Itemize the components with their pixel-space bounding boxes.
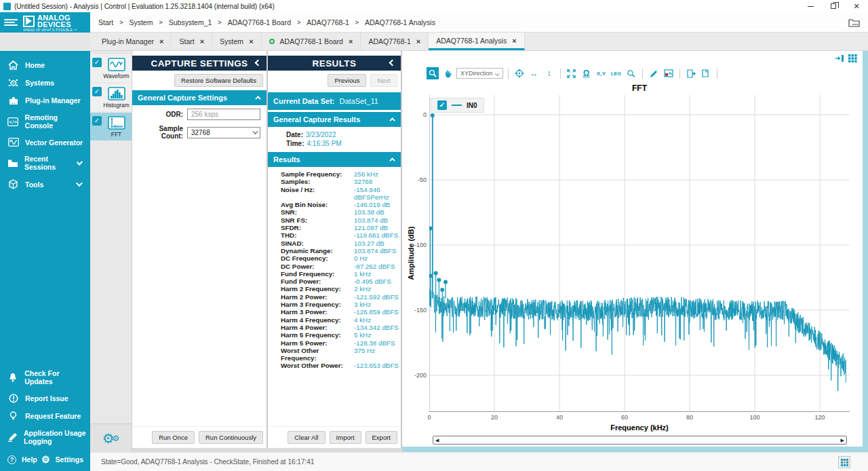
tab-close-icon[interactable]: × [200, 37, 204, 45]
chart-title: FFT [429, 83, 850, 93]
tab-close-icon[interactable]: × [512, 37, 516, 45]
breadcrumb-item[interactable]: Subsystem_1 [169, 18, 212, 26]
tab-close-icon[interactable]: × [249, 37, 253, 45]
chevron-down-icon [252, 128, 258, 134]
breadcrumb-item[interactable]: System [129, 18, 153, 26]
export-data-button[interactable] [685, 67, 697, 79]
previous-button[interactable]: Previous [328, 74, 366, 87]
status-text: State=Good, ADAQ7768-1 Analysis - CheckS… [101, 458, 314, 466]
open-folder-icon[interactable] [848, 18, 860, 27]
tool-strip-item-fft[interactable]: ✓FFT [90, 113, 132, 140]
tab-adaq7768-1-analysis[interactable]: ADAQ7768-1 Analysis× [429, 33, 524, 50]
fft-plot-area[interactable] [429, 95, 850, 412]
tool-strip-item-waveform[interactable]: ✓Waveform [90, 54, 132, 82]
sidebar-item-tools[interactable]: Tools [0, 175, 90, 193]
results-section[interactable]: Results [268, 152, 401, 167]
result-row: Harm 5 Power:-128.38 dBFS [281, 339, 401, 347]
x-tick-label: 0 [420, 414, 438, 421]
run-continuously-button[interactable]: Run Continuously [199, 431, 263, 444]
analysis-settings-gears-button[interactable]: ⚙⚙ [90, 423, 132, 452]
breadcrumb-item[interactable]: ADAQ7768-1 Analysis [365, 18, 435, 26]
undo-zoom-button[interactable]: Ω [580, 67, 593, 79]
tab-plug-in-manager[interactable]: Plug-in Manager× [94, 33, 172, 50]
tab-adaq7768-1[interactable]: ADAQ7768-1× [361, 33, 429, 50]
window-title: (Untitled Session) - Analysis | Control … [14, 3, 275, 10]
export-button[interactable]: Export [366, 431, 397, 444]
collapse-panel-icon[interactable] [389, 60, 396, 67]
waveform-checkbox[interactable]: ✓ [92, 58, 102, 67]
tab-system[interactable]: System× [212, 33, 261, 50]
chart-horizontal-scrollbar[interactable]: ◀ ▶ [433, 436, 847, 445]
tab-close-icon[interactable]: × [159, 37, 163, 45]
xy-values-button[interactable]: X,Y [595, 67, 608, 79]
odr-input[interactable] [187, 109, 260, 120]
histogram-checkbox[interactable]: ✓ [92, 87, 102, 96]
sidebar-item-vector-generator[interactable]: Vector Generator [0, 134, 90, 151]
sidebar-item-check-for-updates[interactable]: Check For Updates [0, 365, 90, 390]
time-label: Time: [286, 140, 304, 147]
sidebar-item-remoting-console[interactable]: </>Remoting Console [0, 109, 90, 134]
result-value: -121.592 dBFS [354, 293, 399, 301]
result-value: 121.097 dB [354, 224, 388, 231]
copy-image-button[interactable] [700, 67, 712, 79]
brand-line2: DEVICES [37, 20, 71, 29]
chart-image-button[interactable] [663, 67, 675, 79]
restore-defaults-button[interactable]: Restore Software Defaults [174, 74, 263, 87]
legend-checkbox[interactable]: ✓ [437, 100, 447, 110]
restore-button[interactable] [822, 0, 845, 12]
sidebar-item-plug-in-manager[interactable]: Plug-in Manager [0, 92, 90, 109]
sidebar-item-settings[interactable]: ⚙ Settings [41, 454, 83, 465]
minimize-button[interactable] [799, 0, 822, 12]
breadcrumb-item[interactable]: Start [98, 18, 113, 26]
import-button[interactable]: Import [330, 431, 361, 444]
sidebar-item-label: Home [25, 61, 45, 69]
tab-close-icon[interactable]: × [416, 37, 420, 45]
legend-toggle-button[interactable]: LEG [610, 67, 623, 79]
sidebar-item-report-issue[interactable]: Report Issue [0, 390, 90, 407]
result-row: Fund Power:-0.495 dBFS [281, 278, 401, 285]
tab-start[interactable]: Start× [172, 33, 212, 50]
result-row: Dynamic Range:103.874 dBFS [281, 247, 401, 255]
layout-snapshot-icon[interactable] [838, 456, 850, 468]
sidebar-item-help[interactable]: ? Help [7, 455, 37, 464]
result-row: Harm 2 Frequency:2 kHz [281, 285, 401, 293]
run-once-button[interactable]: Run Once [152, 431, 195, 444]
autoscale-expand-button[interactable] [566, 67, 578, 79]
vertical-scale-button[interactable]: ↕ [543, 67, 555, 79]
breadcrumb-item[interactable]: ADAQ7768-1 Board [228, 18, 291, 26]
breadcrumb-item[interactable]: ADAQ7768-1 [307, 18, 349, 26]
general-capture-settings-section[interactable]: General Capture Settings [132, 90, 267, 105]
sidebar-item-home[interactable]: Home [0, 56, 90, 74]
horizontal-scale-button[interactable]: ↔ [528, 67, 540, 79]
tool-strip-item-histogram[interactable]: ✓Histogram [90, 83, 132, 111]
annotate-pen-button[interactable] [648, 67, 660, 79]
sidebar-item-application-usage-logging[interactable]: Application Usage Logging [0, 425, 90, 449]
app-icon [3, 3, 11, 10]
pan-hand-tool-button[interactable] [441, 67, 454, 79]
dock-panel-icon[interactable] [835, 54, 844, 62]
hamburger-menu-icon[interactable] [4, 19, 19, 26]
sidebar-item-systems[interactable]: ⚙Systems [0, 74, 90, 92]
svg-text:⚙: ⚙ [9, 78, 18, 88]
grid-view-icon[interactable] [848, 54, 857, 62]
tab-adaq7768-1-board[interactable]: ADAQ7768-1 Board× [262, 33, 361, 50]
sidebar-item-recent-sessions[interactable]: Recent Sessions [0, 151, 90, 175]
plugin-icon [7, 96, 19, 105]
sidebar-item-request-feature[interactable]: Request Feature [0, 407, 90, 425]
close-button[interactable]: ✕ [845, 0, 868, 12]
sample-count-select[interactable]: 32768 [187, 127, 260, 138]
sidebar-item-label: Vector Generator [25, 138, 83, 147]
zoom-region-button[interactable] [625, 67, 637, 79]
collapse-panel-icon[interactable] [255, 60, 262, 67]
general-capture-results-section[interactable]: General Capture Results [268, 112, 401, 127]
scroll-left-arrow[interactable]: ◀ [435, 438, 439, 443]
bulb-icon [7, 411, 19, 421]
scroll-right-arrow[interactable]: ▶ [841, 438, 844, 443]
tab-close-icon[interactable]: × [349, 37, 353, 45]
xy-direction-select[interactable]: XYDirection [456, 68, 503, 79]
zoom-tool-button[interactable] [427, 67, 439, 79]
fft-checkbox[interactable]: ✓ [92, 116, 102, 126]
clear-all-button[interactable]: Clear All [288, 431, 325, 444]
next-button[interactable]: Next [370, 74, 397, 87]
crosshair-tool-button[interactable] [513, 67, 526, 79]
